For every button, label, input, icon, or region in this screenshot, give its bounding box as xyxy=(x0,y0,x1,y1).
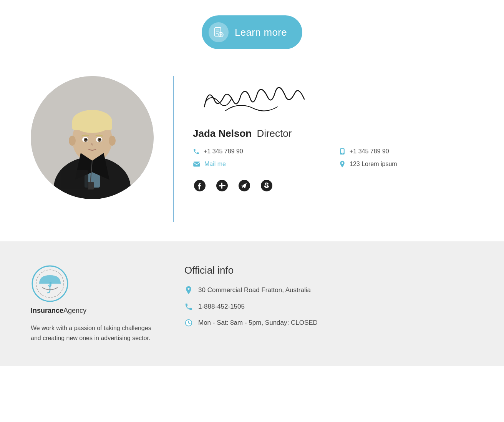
signature xyxy=(193,80,473,120)
footer-section: J InsuranceAgency We work with a passion… xyxy=(0,241,504,366)
learn-more-button[interactable]: Learn more xyxy=(202,15,302,49)
svg-point-15 xyxy=(109,136,116,146)
official-hours-item: Mon - Sat: 8am - 5pm, Sunday: CLOSED xyxy=(184,319,473,327)
svg-rect-36 xyxy=(221,185,222,189)
official-hours: Mon - Sat: 8am - 5pm, Sunday: CLOSED xyxy=(198,319,318,327)
svg-point-14 xyxy=(69,136,76,146)
mail-icon xyxy=(193,161,201,167)
top-section: Learn more xyxy=(0,0,504,61)
person-name: Jada Nelson xyxy=(193,128,252,139)
phone-icon xyxy=(193,148,200,155)
svg-rect-13 xyxy=(72,120,112,130)
slack-icon[interactable] xyxy=(215,179,229,193)
document-icon xyxy=(209,22,229,42)
logo-area: J InsuranceAgency xyxy=(31,264,154,315)
svg-rect-26 xyxy=(61,170,88,189)
footer-right: Official info 30 Commercial Road Fratton… xyxy=(184,264,473,335)
email-item[interactable]: Mail me xyxy=(193,160,327,168)
profile-info: Jada Nelson Director +1 345 789 90 xyxy=(193,76,473,193)
contact-grid: +1 345 789 90 +1 345 789 90 xyxy=(193,148,473,168)
official-clock-icon xyxy=(184,319,193,327)
svg-point-21 xyxy=(99,139,101,140)
logo-text: InsuranceAgency xyxy=(31,307,86,315)
svg-point-47 xyxy=(188,322,189,324)
svg-rect-30 xyxy=(193,162,200,167)
svg-rect-25 xyxy=(88,182,94,189)
phone1-item: +1 345 789 90 xyxy=(193,148,327,155)
official-phone: 1-888-452-1505 xyxy=(198,303,245,311)
footer-left: J InsuranceAgency We work with a passion… xyxy=(31,264,154,343)
official-address-item: 30 Commercial Road Fratton, Australia xyxy=(184,286,473,295)
official-location-icon xyxy=(184,286,193,295)
svg-rect-28 xyxy=(341,149,344,153)
address-item: 123 Lorem ipsum xyxy=(339,160,473,168)
footer-description: We work with a passion of taking challen… xyxy=(31,323,154,343)
logo-brand2: Agency xyxy=(63,307,86,314)
svg-point-20 xyxy=(85,139,87,140)
telegram-icon[interactable] xyxy=(237,179,251,193)
location-icon xyxy=(339,160,346,168)
profile-section: Jada Nelson Director +1 345 789 90 xyxy=(0,61,504,241)
svg-text:J: J xyxy=(48,281,52,288)
mobile-icon xyxy=(339,148,346,155)
address-value: 123 Lorem ipsum xyxy=(350,161,397,168)
profile-photo xyxy=(31,76,154,199)
svg-point-29 xyxy=(342,153,343,154)
social-icons xyxy=(193,179,473,193)
name-title: Jada Nelson Director xyxy=(193,128,473,140)
official-phone-icon xyxy=(184,302,193,311)
skype-icon[interactable] xyxy=(260,179,274,193)
person-title: Director xyxy=(257,128,292,139)
phone2-value: +1 345 789 90 xyxy=(350,148,389,155)
facebook-icon[interactable] xyxy=(193,179,207,193)
phone1-value: +1 345 789 90 xyxy=(204,148,243,155)
svg-point-38 xyxy=(261,180,272,191)
official-address: 30 Commercial Road Fratton, Australia xyxy=(198,286,311,294)
learn-more-label: Learn more xyxy=(235,27,287,38)
official-phone-item: 1-888-452-1505 xyxy=(184,302,473,311)
email-value: Mail me xyxy=(204,161,226,168)
official-info-title: Official info xyxy=(184,264,473,276)
vertical-divider xyxy=(173,76,174,222)
logo-brand: Insurance xyxy=(31,307,63,314)
phone2-item: +1 345 789 90 xyxy=(339,148,473,155)
logo-svg: J xyxy=(31,264,69,303)
